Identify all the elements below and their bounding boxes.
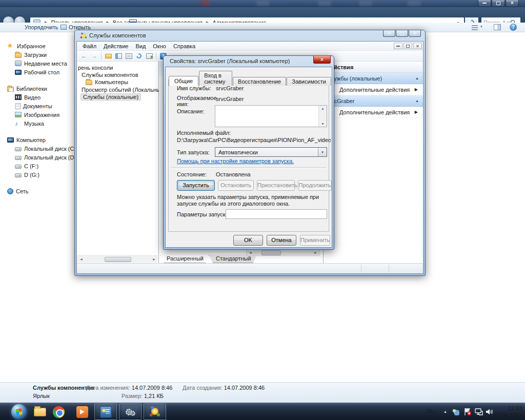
actions-item-more-actions[interactable]: Дополнительные действия▶ (324, 84, 423, 95)
scroll-left-icon[interactable]: ◄ (77, 257, 85, 261)
back-button[interactable]: ← (79, 52, 89, 60)
tree-item-console-root[interactable]: рень консоли (78, 65, 113, 71)
tab-recovery[interactable]: Восстановление (233, 77, 286, 86)
services-horizontal-scrollbar[interactable]: ◄ ► (246, 249, 320, 256)
taskbar-item-app-active[interactable] (94, 404, 117, 420)
sidebar-item-downloads[interactable]: Загрузки (0, 50, 64, 59)
scrollbar-thumb[interactable] (261, 250, 281, 255)
sidebar-item-documents[interactable]: Документы (0, 102, 64, 110)
tab-extended-view[interactable]: Расширенный (160, 255, 209, 263)
sidebar-item-video[interactable]: Видео (0, 93, 64, 102)
view-dropdown-icon[interactable]: ▼ (480, 25, 483, 28)
sidebar-item-network[interactable]: Сеть (0, 187, 64, 195)
show-console-tree-button[interactable] (114, 52, 123, 60)
tab-general[interactable]: Общие (169, 76, 198, 86)
close-button[interactable]: × (313, 56, 331, 64)
restore-button[interactable] (403, 43, 412, 49)
sidebar-item-disk-c[interactable]: Локальный диск (C (0, 144, 64, 153)
sidebar-item-pictures[interactable]: Изображения (0, 110, 64, 119)
scroll-right-icon[interactable]: ► (150, 257, 158, 261)
menu-view[interactable]: Вид (132, 43, 149, 49)
tab-standard-view[interactable]: Стандартный (209, 255, 257, 263)
taskbar-item-component-services[interactable] (144, 404, 166, 420)
close-button[interactable]: × (409, 30, 421, 37)
scroll-left-icon[interactable]: ◄ (247, 251, 254, 254)
menu-action[interactable]: Действие (100, 43, 132, 49)
sidebar-item-libraries[interactable]: Библиотеки (0, 84, 64, 93)
scrollbar-thumb[interactable] (105, 257, 131, 262)
folder-up-icon (105, 54, 112, 58)
taskbar-item-services[interactable] (119, 404, 142, 420)
cancel-button[interactable]: Отмена (267, 235, 296, 246)
properties-button[interactable] (124, 52, 133, 60)
apply-button[interactable]: Применить (300, 235, 330, 246)
resume-service-button[interactable]: Продолжить (298, 180, 332, 191)
menu-window[interactable]: Окно (149, 43, 170, 49)
start-service-button[interactable]: Запустить (177, 180, 215, 191)
forward-button[interactable]: → (90, 52, 99, 60)
sidebar-item-favorites[interactable]: ★Избранное (0, 42, 64, 50)
textarea-scrollbar[interactable]: ▲ ▼ (318, 106, 327, 127)
close-button[interactable]: × (413, 43, 422, 49)
show-hidden-icons-button[interactable]: ▲ (443, 410, 447, 413)
actions-group-services-local[interactable]: Службы (локальные)▲ (324, 73, 423, 84)
language-indicator[interactable]: RU (427, 408, 435, 414)
minimize-button[interactable] (383, 30, 395, 37)
sidebar-item-desktop[interactable]: Рабочий стол (0, 68, 64, 76)
tree-item-component-services[interactable]: Службы компонентов (82, 72, 138, 78)
network-icon[interactable] (475, 408, 483, 415)
collapse-icon[interactable]: ▲ (415, 76, 419, 80)
scroll-down-icon[interactable]: ▼ (319, 122, 327, 126)
ok-button[interactable]: OK (233, 235, 263, 246)
titlebar-ghost (359, 1, 372, 6)
details-modified: Дата изменения: 14.07.2009 8:46 (86, 385, 172, 391)
close-button[interactable]: × (506, 0, 519, 7)
help-button[interactable]: ? (510, 24, 518, 30)
gear-icon (130, 411, 135, 416)
tab-logon[interactable]: Вход в систему (199, 71, 232, 86)
combo-dropdown-button[interactable]: ▼ (318, 148, 327, 156)
preview-pane-button[interactable] (494, 24, 502, 31)
sidebar-item-music[interactable]: ♪Музыка (0, 119, 64, 128)
maximize-button[interactable] (396, 30, 408, 37)
organize-button[interactable]: Упорядочить▼ (25, 24, 63, 30)
change-view-button[interactable] (472, 24, 480, 31)
actions-item-more-actions[interactable]: Дополнительные действия▶ (324, 107, 423, 118)
scroll-right-icon[interactable]: ► (312, 251, 319, 254)
startup-help-link[interactable]: Помощь при настройке параметров запуска. (177, 158, 294, 164)
stop-service-button[interactable]: Остановить (218, 180, 254, 191)
scroll-up-icon[interactable]: ▲ (319, 107, 327, 110)
startup-type-select[interactable]: Автоматически ▼ (215, 147, 327, 157)
tree-item-computers[interactable]: Компьютеры (86, 79, 128, 85)
up-one-level-button[interactable] (104, 52, 113, 60)
service-properties-dialog: Свойства: srvcGraber (Локальный компьюте… (163, 55, 334, 250)
action-center-flag-icon[interactable] (463, 408, 472, 416)
sidebar-item-recent[interactable]: Недавние места (0, 59, 64, 68)
taskbar-item-media-player[interactable] (71, 404, 93, 420)
tree-item-event-viewer[interactable]: Просмотр событий (Локальный) (82, 87, 166, 93)
tray-app-icon[interactable] (452, 408, 459, 415)
sidebar-item-disk-g[interactable]: D (G:) (0, 170, 64, 179)
menu-file[interactable]: Файл (79, 43, 100, 49)
tab-dependencies[interactable]: Зависимости (287, 77, 331, 86)
menu-help[interactable]: Справка (170, 43, 199, 49)
actions-group-srvcgraber[interactable]: srvcGraber▲ (324, 95, 423, 107)
minimize-button[interactable] (394, 43, 402, 49)
libraries-icon (7, 87, 14, 92)
minimize-button[interactable] (478, 0, 491, 7)
export-list-button[interactable] (145, 52, 154, 60)
maximize-button[interactable] (492, 0, 505, 7)
description-textarea[interactable]: ▲ ▼ (215, 105, 327, 127)
sidebar-item-disk-d[interactable]: Локальный диск (D (0, 153, 64, 162)
pause-service-button[interactable]: Приостановить (257, 180, 295, 191)
start-params-input[interactable] (226, 209, 327, 219)
collapse-icon[interactable]: ▲ (415, 99, 419, 103)
sidebar-item-disk-f[interactable]: C (F:) (0, 162, 64, 170)
clock[interactable]: 12:33 11.08.2012 (488, 405, 522, 419)
tree-horizontal-scrollbar[interactable]: ◄ ► (77, 255, 158, 263)
sidebar-item-computer[interactable]: Компьютер (0, 135, 64, 144)
start-button[interactable] (11, 404, 27, 419)
taskbar-item-chrome[interactable] (47, 404, 70, 420)
tree-item-services-local[interactable]: Службы (локальные) (80, 94, 141, 100)
refresh-button[interactable] (134, 52, 144, 60)
